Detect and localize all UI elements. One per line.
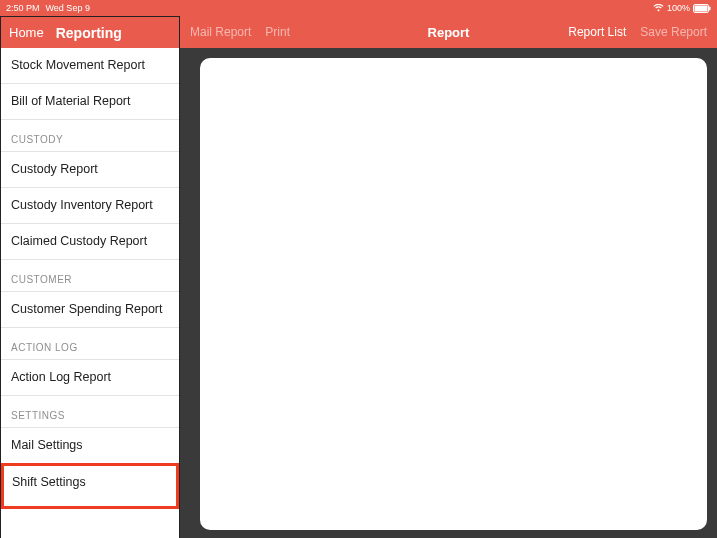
sidebar-item-mail-settings[interactable]: Mail Settings — [1, 428, 179, 464]
sidebar-item-stock-movement[interactable]: Stock Movement Report — [1, 48, 179, 84]
sidebar-item-shift-settings[interactable]: Shift Settings — [1, 463, 179, 509]
battery-icon — [693, 4, 711, 13]
mail-report-button[interactable]: Mail Report — [190, 25, 251, 39]
status-time: 2:50 PM — [6, 3, 40, 13]
sidebar-header-custody: CUSTODY — [1, 120, 179, 152]
toolbar: Mail Report Print Report Report List Sav… — [180, 16, 717, 48]
app-root: 2:50 PM Wed Sep 9 100% Home Reporting Ma… — [0, 0, 717, 538]
top-nav-left: Home Reporting — [0, 16, 180, 48]
svg-rect-1 — [695, 5, 708, 11]
sidebar-item-custody-report[interactable]: Custody Report — [1, 152, 179, 188]
sidebar-item-customer-spending[interactable]: Customer Spending Report — [1, 292, 179, 328]
nav-home[interactable]: Home — [9, 25, 44, 40]
sidebar[interactable]: Stock Movement Report Bill of Material R… — [0, 48, 180, 538]
page-title: Report — [428, 25, 470, 40]
status-date: Wed Sep 9 — [46, 3, 90, 13]
sidebar-item-bill-of-material[interactable]: Bill of Material Report — [1, 84, 179, 120]
nav-reporting[interactable]: Reporting — [56, 25, 122, 41]
main-area — [180, 48, 717, 538]
report-canvas — [200, 58, 707, 530]
print-button[interactable]: Print — [265, 25, 290, 39]
sidebar-item-claimed-custody[interactable]: Claimed Custody Report — [1, 224, 179, 260]
sidebar-header-settings: SETTINGS — [1, 396, 179, 428]
sidebar-header-customer: CUSTOMER — [1, 260, 179, 292]
top-bar: Home Reporting Mail Report Print Report … — [0, 16, 717, 48]
battery-percent: 100% — [667, 3, 690, 13]
sidebar-item-action-log[interactable]: Action Log Report — [1, 360, 179, 396]
sidebar-item-custody-inventory[interactable]: Custody Inventory Report — [1, 188, 179, 224]
report-list-button[interactable]: Report List — [568, 25, 626, 39]
svg-rect-2 — [709, 6, 711, 10]
wifi-icon — [653, 4, 664, 12]
content-area: Stock Movement Report Bill of Material R… — [0, 48, 717, 538]
status-bar: 2:50 PM Wed Sep 9 100% — [0, 0, 717, 16]
sidebar-header-actionlog: ACTION LOG — [1, 328, 179, 360]
save-report-button[interactable]: Save Report — [640, 25, 707, 39]
